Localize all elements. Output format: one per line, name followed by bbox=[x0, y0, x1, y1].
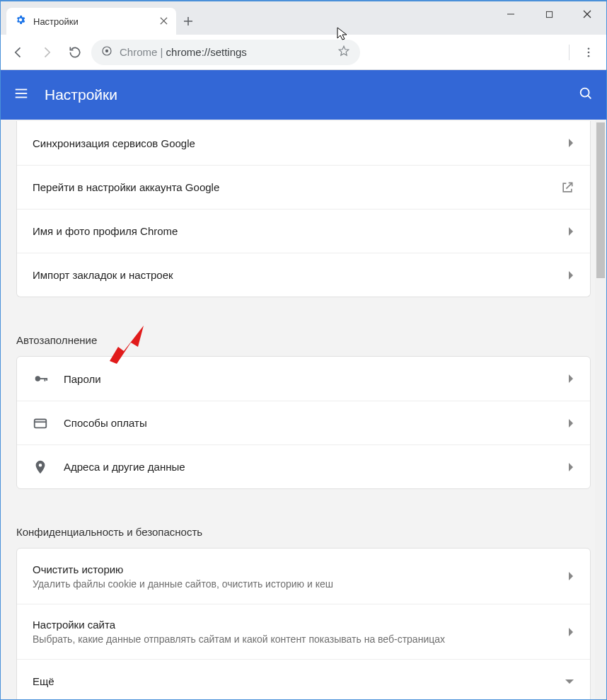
privacy-card: Очистить историю Удалить файлы cookie и … bbox=[16, 548, 591, 700]
chrome-icon bbox=[101, 45, 112, 59]
back-button[interactable] bbox=[6, 40, 30, 64]
chevron-right-icon bbox=[567, 571, 574, 581]
row-import-bookmarks[interactable]: Импорт закладок и настроек bbox=[17, 253, 590, 297]
close-icon[interactable] bbox=[160, 16, 168, 27]
search-icon[interactable] bbox=[578, 86, 594, 104]
row-passwords[interactable]: Пароли bbox=[17, 357, 590, 401]
scrollbar-thumb[interactable] bbox=[596, 122, 605, 278]
maximize-button[interactable] bbox=[530, 1, 568, 27]
row-label: Имя и фото профиля Chrome bbox=[33, 225, 552, 237]
scrollbar[interactable] bbox=[595, 120, 606, 700]
svg-point-11 bbox=[588, 47, 590, 50]
svg-point-13 bbox=[588, 54, 590, 57]
chevron-right-icon bbox=[567, 418, 574, 428]
row-label: Способы оплаты bbox=[64, 417, 552, 429]
row-sublabel: Удалить файлы cookie и данные сайтов, оч… bbox=[33, 578, 552, 590]
svg-point-12 bbox=[588, 51, 590, 53]
svg-rect-23 bbox=[40, 378, 47, 379]
svg-marker-19 bbox=[569, 139, 573, 147]
row-label: Адреса и другие данные bbox=[64, 461, 552, 473]
svg-rect-27 bbox=[35, 419, 47, 428]
section-privacy-title: Конфиденциальность и безопасность bbox=[8, 510, 599, 548]
omnibox-origin: Chrome bbox=[120, 46, 157, 58]
svg-rect-25 bbox=[46, 378, 47, 381]
window-controls bbox=[492, 1, 606, 27]
chevron-right-icon bbox=[567, 462, 574, 472]
minimize-button[interactable] bbox=[492, 1, 530, 27]
row-clear-browsing-data[interactable]: Очистить историю Удалить файлы cookie и … bbox=[17, 549, 590, 604]
window-close-button[interactable] bbox=[568, 1, 606, 27]
svg-marker-29 bbox=[569, 419, 573, 428]
row-label: Синхронизация сервисов Google bbox=[33, 137, 552, 149]
chevron-right-icon bbox=[567, 270, 574, 280]
section-autofill-title: Автозаполнение bbox=[8, 319, 599, 356]
svg-marker-21 bbox=[569, 271, 573, 280]
svg-marker-30 bbox=[569, 463, 573, 471]
row-label: Пароли bbox=[64, 373, 552, 385]
place-icon bbox=[33, 459, 48, 475]
external-link-icon bbox=[560, 180, 574, 195]
svg-rect-24 bbox=[45, 378, 46, 381]
row-more[interactable]: Ещё bbox=[17, 659, 590, 700]
gear-icon bbox=[15, 14, 26, 28]
svg-marker-26 bbox=[569, 374, 573, 383]
row-label: Импорт закладок и настроек bbox=[33, 269, 552, 281]
row-label: Ещё bbox=[33, 675, 549, 687]
row-label: Настройки сайта bbox=[33, 619, 552, 631]
svg-marker-10 bbox=[339, 46, 349, 55]
settings-content: Синхронизация сервисов Google Перейти в … bbox=[1, 120, 606, 700]
separator bbox=[569, 45, 570, 60]
svg-point-17 bbox=[581, 88, 589, 97]
row-addresses[interactable]: Адреса и другие данные bbox=[17, 444, 590, 488]
menu-button[interactable] bbox=[577, 40, 601, 64]
forward-button[interactable] bbox=[35, 40, 59, 64]
chevron-right-icon bbox=[567, 627, 574, 637]
row-label: Очистить историю bbox=[33, 563, 552, 575]
svg-marker-33 bbox=[565, 679, 574, 684]
browser-tab[interactable]: Настройки bbox=[6, 8, 176, 35]
row-label: Перейти в настройки аккаунта Google bbox=[33, 181, 545, 193]
new-tab-button[interactable] bbox=[176, 8, 200, 35]
omnibox-path: chrome://settings bbox=[166, 46, 247, 58]
row-sync-google[interactable]: Синхронизация сервисов Google bbox=[17, 121, 590, 165]
row-chrome-name-photo[interactable]: Имя и фото профиля Chrome bbox=[17, 209, 590, 253]
key-icon bbox=[33, 371, 48, 386]
row-sublabel: Выбрать, какие данные отправлять сайтам … bbox=[33, 633, 552, 645]
chevron-right-icon bbox=[567, 138, 574, 148]
reload-button[interactable] bbox=[63, 40, 87, 64]
settings-header: Настройки bbox=[1, 70, 606, 120]
header-title: Настройки bbox=[45, 86, 562, 103]
svg-point-22 bbox=[35, 376, 40, 381]
people-card: Синхронизация сервисов Google Перейти в … bbox=[16, 121, 591, 297]
address-bar[interactable]: Chrome | chrome://settings bbox=[91, 40, 360, 65]
svg-marker-32 bbox=[569, 628, 573, 636]
row-google-account-settings[interactable]: Перейти в настройки аккаунта Google bbox=[17, 165, 590, 209]
hamburger-icon[interactable] bbox=[13, 86, 29, 104]
chevron-down-icon bbox=[565, 678, 574, 685]
browser-toolbar: Chrome | chrome://settings bbox=[1, 35, 606, 70]
svg-line-18 bbox=[588, 96, 591, 98]
window-titlebar: Настройки bbox=[1, 1, 606, 35]
svg-marker-20 bbox=[569, 227, 573, 236]
svg-marker-31 bbox=[569, 572, 573, 580]
card-icon bbox=[33, 415, 48, 431]
svg-rect-5 bbox=[546, 11, 552, 17]
chevron-right-icon bbox=[567, 374, 574, 384]
svg-point-9 bbox=[105, 50, 108, 52]
autofill-card: Пароли Способы оплаты Адреса и другие да… bbox=[16, 356, 591, 489]
chevron-right-icon bbox=[567, 226, 574, 236]
row-site-settings[interactable]: Настройки сайта Выбрать, какие данные от… bbox=[17, 604, 590, 659]
tab-title: Настройки bbox=[33, 16, 153, 27]
bookmark-star-icon[interactable] bbox=[337, 45, 350, 59]
row-payment-methods[interactable]: Способы оплаты bbox=[17, 401, 590, 444]
